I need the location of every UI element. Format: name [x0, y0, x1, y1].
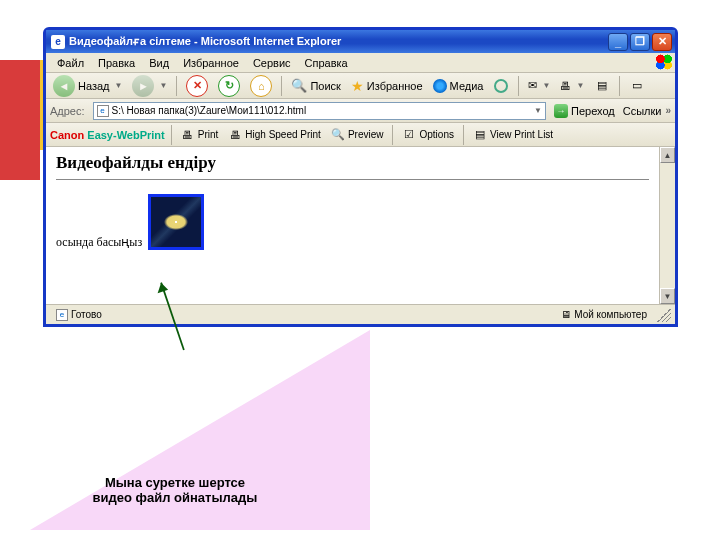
annotation-arrow	[155, 275, 190, 355]
print-button[interactable]: 🖶▼	[557, 75, 587, 97]
media-label: Медиа	[450, 80, 484, 92]
menu-view[interactable]: Вид	[142, 55, 176, 71]
address-value: S:\ Новая папка(3)\Zaure\Мои111\012.html	[112, 105, 307, 116]
home-button[interactable]: ⌂	[247, 75, 275, 97]
back-icon: ◄	[53, 75, 75, 97]
back-label: Назад	[78, 80, 110, 92]
refresh-button[interactable]: ↻	[215, 75, 243, 97]
stop-button[interactable]: ✕	[183, 75, 211, 97]
chevron-down-icon: ▼	[159, 81, 167, 90]
printer-icon: 🖶	[560, 80, 571, 92]
chevron-down-icon: ▼	[576, 81, 584, 90]
back-button[interactable]: ◄ Назад ▼	[50, 75, 125, 97]
ie-icon: e	[51, 35, 65, 49]
windows-flag-icon	[655, 54, 673, 70]
canon-print-label: Print	[198, 129, 219, 140]
printer-fast-icon: 🖶	[228, 128, 242, 142]
separator	[281, 76, 282, 96]
forward-button[interactable]: ► ▼	[129, 75, 170, 97]
list-icon: ▤	[473, 128, 487, 142]
page-heading: Видеофайлды ендіру	[56, 153, 649, 173]
menu-help[interactable]: Справка	[298, 55, 355, 71]
video-thumbnail-link[interactable]	[148, 194, 204, 250]
canon-toolbar: Canon Easy-WebPrint 🖶Print 🖶High Speed P…	[46, 123, 675, 147]
scroll-down-button[interactable]: ▼	[660, 288, 675, 304]
content-area: Видеофайлды ендіру осында басыңыз ▲ ▼	[46, 147, 675, 304]
star-icon: ★	[351, 78, 364, 94]
canon-hsp-button[interactable]: 🖶High Speed Print	[225, 124, 324, 146]
canon-brand-c: Canon	[50, 129, 84, 141]
canon-options-button[interactable]: ☑Options	[399, 124, 456, 146]
menu-tools[interactable]: Сервис	[246, 55, 298, 71]
canon-preview-label: Preview	[348, 129, 384, 140]
statusbar: e Готово 🖥 Мой компьютер	[46, 304, 675, 324]
separator	[463, 125, 464, 145]
go-button[interactable]: → Переход	[550, 104, 619, 118]
canon-preview-button[interactable]: 🔍Preview	[328, 124, 387, 146]
search-button[interactable]: 🔍 Поиск	[288, 75, 343, 97]
history-icon	[494, 79, 508, 93]
media-button[interactable]: Медиа	[430, 75, 487, 97]
options-icon: ☑	[402, 128, 416, 142]
status-zone: 🖥 Мой компьютер	[555, 309, 653, 320]
canon-print-button[interactable]: 🖶Print	[178, 124, 222, 146]
mail-button[interactable]: ✉▼	[525, 75, 553, 97]
separator	[176, 76, 177, 96]
favorites-button[interactable]: ★ Избранное	[348, 75, 426, 97]
chat-icon: ▭	[632, 79, 642, 92]
minimize-button[interactable]: _	[608, 33, 628, 51]
go-icon: →	[554, 104, 568, 118]
go-label: Переход	[571, 105, 615, 117]
links-label[interactable]: Ссылки	[623, 105, 662, 117]
scroll-track[interactable]	[660, 163, 675, 288]
window-title: Видеофайлға сілтеме - Microsoft Internet…	[69, 35, 608, 48]
page-icon: e	[56, 309, 68, 321]
status-ready: e Готово	[50, 309, 108, 321]
svg-line-0	[161, 283, 184, 350]
separator	[619, 76, 620, 96]
annotation-line1: Мына суретке шертсе	[55, 475, 295, 490]
address-label: Адрес:	[50, 105, 85, 117]
printer-icon: 🖶	[181, 128, 195, 142]
scroll-up-button[interactable]: ▲	[660, 147, 675, 163]
page-body: Видеофайлды ендіру осында басыңыз	[46, 147, 659, 304]
address-bar: Адрес: e S:\ Новая папка(3)\Zaure\Мои111…	[46, 99, 675, 123]
annotation-line2: видео файл ойнатылады	[55, 490, 295, 505]
home-icon: ⌂	[250, 75, 272, 97]
search-label: Поиск	[310, 80, 340, 92]
resize-grip[interactable]	[657, 308, 671, 322]
canon-viewlist-button[interactable]: ▤View Print List	[470, 124, 556, 146]
status-ready-text: Готово	[71, 309, 102, 320]
stop-icon: ✕	[186, 75, 208, 97]
maximize-button[interactable]: ❐	[630, 33, 650, 51]
forward-icon: ►	[132, 75, 154, 97]
canon-logo: Canon Easy-WebPrint	[50, 129, 165, 141]
refresh-icon: ↻	[218, 75, 240, 97]
close-button[interactable]: ✕	[652, 33, 672, 51]
separator	[392, 125, 393, 145]
menu-file[interactable]: Файл	[50, 55, 91, 71]
edit-icon: ▤	[597, 79, 607, 92]
canon-viewlist-label: View Print List	[490, 129, 553, 140]
separator	[518, 76, 519, 96]
menu-edit[interactable]: Правка	[91, 55, 142, 71]
edit-button[interactable]: ▤	[591, 75, 613, 97]
vertical-scrollbar[interactable]: ▲ ▼	[659, 147, 675, 304]
search-icon: 🔍	[291, 78, 307, 93]
extra-button[interactable]: ▭	[626, 75, 648, 97]
status-zone-text: Мой компьютер	[574, 309, 647, 320]
canon-options-label: Options	[419, 129, 453, 140]
menu-favorites[interactable]: Избранное	[176, 55, 246, 71]
overflow-icon[interactable]: »	[665, 105, 671, 116]
titlebar[interactable]: e Видеофайлға сілтеме - Microsoft Intern…	[46, 30, 675, 53]
address-field[interactable]: e S:\ Новая папка(3)\Zaure\Мои111\012.ht…	[93, 102, 546, 120]
nav-toolbar: ◄ Назад ▼ ► ▼ ✕ ↻ ⌂ 🔍 Поиск ★ Избранное …	[46, 73, 675, 99]
decor-red	[0, 60, 40, 180]
svg-marker-1	[158, 283, 169, 294]
mail-icon: ✉	[528, 79, 537, 92]
canon-hsp-label: High Speed Print	[245, 129, 321, 140]
browser-window: e Видеофайлға сілтеме - Microsoft Intern…	[43, 27, 678, 327]
history-button[interactable]	[490, 75, 512, 97]
divider	[56, 179, 649, 180]
chevron-down-icon[interactable]: ▼	[534, 106, 542, 115]
